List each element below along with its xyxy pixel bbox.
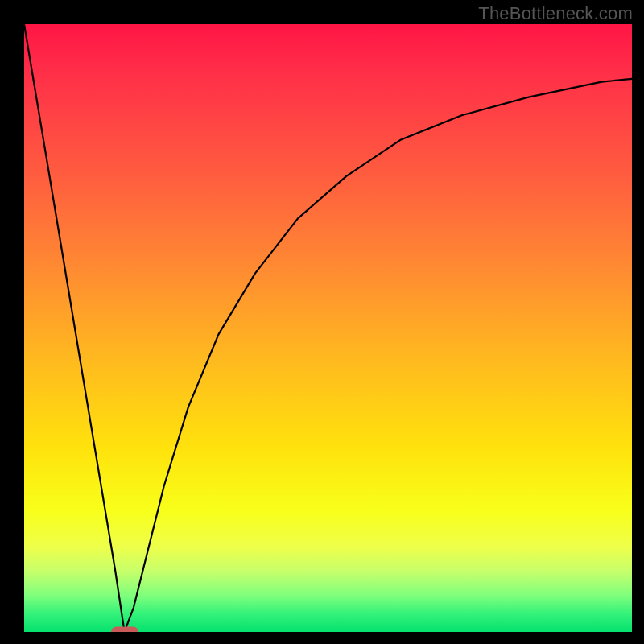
chart-frame: TheBottleneck.com [0,0,644,644]
curve-path [24,24,632,632]
bottleneck-curve [24,24,632,632]
plot-area [24,24,632,632]
optimal-marker [111,627,138,633]
attribution-text: TheBottleneck.com [478,3,633,24]
